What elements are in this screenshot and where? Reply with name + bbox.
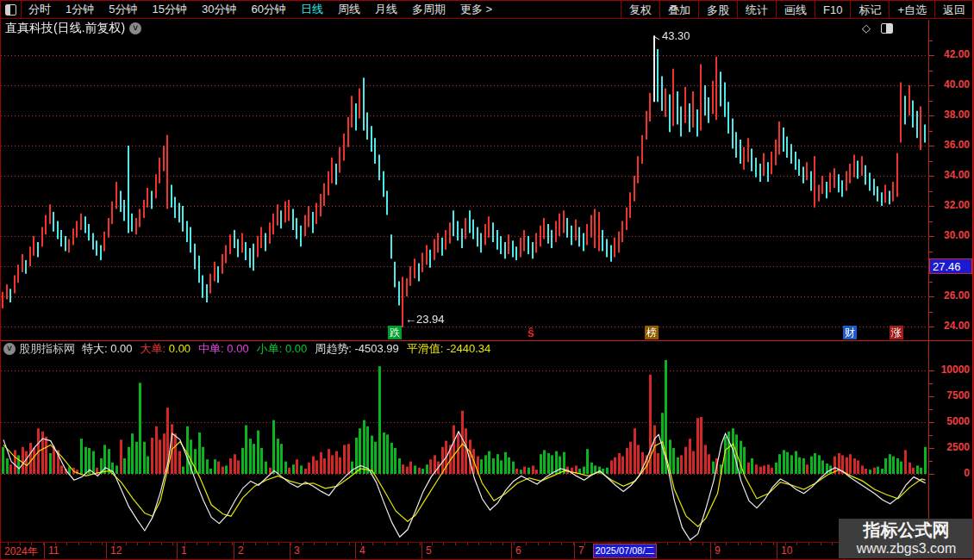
time-axis-minor-tick — [702, 543, 703, 545]
price-axis-tick — [929, 282, 933, 283]
toolbar-item-0[interactable]: 分时 — [28, 2, 51, 17]
toolbar-right-item-3[interactable]: 统计 — [737, 1, 776, 19]
chart-marker-2: 榜 — [645, 326, 659, 339]
indicator-axis-label: 0 — [930, 467, 970, 479]
toolbar-item-10[interactable]: 更多 > — [460, 2, 492, 17]
toolbar-item-4[interactable]: 30分钟 — [202, 2, 236, 17]
time-axis-minor-tick — [161, 543, 162, 545]
time-axis-minor-tick — [455, 543, 456, 545]
indicator-axis-label: 7500 — [930, 389, 970, 401]
indicator-axis-label: 5000 — [930, 415, 970, 427]
time-axis-minor-tick — [726, 543, 727, 545]
time-axis-boundary — [511, 543, 512, 559]
time-axis-minor-tick — [255, 543, 256, 545]
time-axis-minor-tick — [796, 543, 797, 545]
toolbar-item-5[interactable]: 60分钟 — [251, 2, 285, 17]
indicator-axis-tick — [929, 435, 933, 436]
toolbar-item-3[interactable]: 15分钟 — [152, 2, 186, 17]
time-axis-boundary — [421, 543, 422, 559]
indicator-axis-label: 10000 — [930, 364, 970, 376]
low-annotation: ←23.94 — [405, 313, 445, 326]
chevron-down-icon[interactable]: ˅ — [3, 343, 16, 355]
right-border — [972, 1, 973, 560]
diamond-icon[interactable]: ◇ — [862, 22, 871, 34]
toolbar-right-item-6[interactable]: 标记 — [850, 1, 889, 19]
time-axis-minor-tick — [396, 543, 397, 545]
price-axis-tick — [929, 176, 934, 177]
toolbar-item-2[interactable]: 5分钟 — [109, 2, 137, 17]
period-menu: 分时1分钟5分钟15分钟30分钟60分钟日线周线月线多周期更多 > — [22, 2, 492, 17]
time-axis-minor-tick — [126, 543, 127, 545]
price-axis-tick — [929, 101, 933, 102]
price-axis-label: 30.00 — [930, 229, 970, 241]
indicator-field-5: 平滑值: -2440.34 — [407, 341, 491, 357]
candlestick-chart[interactable] — [1, 32, 927, 340]
price-axis-tick — [929, 296, 934, 297]
indicator-chart[interactable] — [1, 356, 927, 542]
time-axis-minor-tick — [503, 543, 503, 545]
app-window: 分时1分钟5分钟15分钟30分钟60分钟日线周线月线多周期更多 > 复权叠加多股… — [0, 0, 974, 560]
high-annotation: 43.30 — [662, 29, 690, 42]
time-axis-minor-tick — [667, 543, 668, 545]
time-axis-minor-tick — [490, 543, 491, 545]
toolbar-right-item-8[interactable]: 返回 — [934, 1, 973, 19]
toolbar-right-item-2[interactable]: 多股 — [698, 1, 737, 19]
toolbar-item-6[interactable]: 日线 — [301, 2, 323, 17]
price-axis-tick — [929, 221, 933, 222]
price-axis-tick — [929, 312, 933, 313]
time-axis-minor-tick — [832, 543, 833, 545]
price-axis-label: 34.00 — [930, 169, 970, 181]
price-axis-label: 26.00 — [930, 289, 970, 302]
time-axis-minor-tick — [420, 543, 421, 545]
stock-title[interactable]: 直真科技(日线.前复权) — [1, 21, 125, 36]
time-axis-minor-tick — [408, 543, 409, 545]
toolbar-item-7[interactable]: 周线 — [338, 2, 360, 17]
price-axis-label: 42.00 — [930, 48, 970, 60]
toolbar-item-1[interactable]: 1分钟 — [66, 2, 94, 17]
indicator-axis-tick — [929, 383, 933, 384]
tools-menu: 复权叠加多股统计画线F10标记+自选返回 — [621, 1, 973, 19]
time-axis-minor-tick — [267, 543, 268, 545]
time-axis-minor-tick — [290, 543, 291, 545]
toolbar-right-item-5[interactable]: F10 — [815, 1, 850, 19]
time-axis-boundary — [777, 543, 777, 559]
price-axis-tick — [929, 161, 933, 162]
toolbar-right-item-4[interactable]: 画线 — [776, 1, 815, 19]
chart-marker-0: 跌 — [388, 326, 402, 339]
time-axis-minor-tick — [372, 543, 373, 545]
chart-marker-3: 财 — [843, 326, 857, 339]
split-view-icon[interactable] — [881, 23, 893, 34]
time-axis-minor-tick — [208, 543, 209, 545]
indicator-header: ˅ 股朋指标网 特大: 0.00大单: 0.00中单: 0.00小单: 0.00… — [1, 342, 927, 356]
price-axis-tick — [929, 206, 934, 207]
price-axis-tick — [929, 40, 933, 41]
time-axis-month-label: 11 — [48, 544, 59, 557]
time-axis-minor-tick — [750, 543, 751, 545]
indicator-source: 股朋指标网 — [19, 341, 75, 357]
time-axis: 2024年 11121234567910 — [1, 543, 974, 559]
toolbar-right-item-1[interactable]: 叠加 — [659, 1, 698, 19]
time-axis-month-label: 1 — [181, 544, 187, 557]
price-axis-label: 40.00 — [930, 78, 970, 90]
indicator-axis-tick — [929, 396, 934, 397]
toolbar-item-9[interactable]: 多周期 — [412, 2, 446, 17]
toolbar-right-item-0[interactable]: 复权 — [621, 1, 659, 19]
indicator-axis-tick — [929, 474, 934, 475]
indicator-field-2: 中单: 0.00 — [198, 341, 249, 357]
time-axis-minor-tick — [172, 543, 173, 545]
watermark-url: www.zbgs3.com — [857, 540, 957, 557]
time-axis-minor-tick — [197, 543, 197, 545]
indicator-axis-tick — [929, 461, 933, 462]
price-axis-tick — [929, 85, 934, 86]
time-axis-minor-tick — [349, 543, 350, 545]
toolbar-item-8[interactable]: 月线 — [375, 2, 397, 17]
chart-marker-1: ŝ — [524, 326, 538, 339]
window-layout-icon[interactable] — [1, 1, 22, 19]
chevron-down-icon[interactable]: ˅ — [129, 22, 141, 34]
toolbar-right-item-7[interactable]: +自选 — [889, 1, 934, 19]
price-axis-tick — [929, 191, 933, 192]
current-price-tag: 27.46 — [929, 258, 972, 274]
time-axis-minor-tick — [137, 543, 138, 545]
indicator-fields: 特大: 0.00大单: 0.00中单: 0.00小单: 0.00周趋势: -45… — [82, 341, 498, 357]
time-axis-minor-tick — [821, 543, 821, 545]
